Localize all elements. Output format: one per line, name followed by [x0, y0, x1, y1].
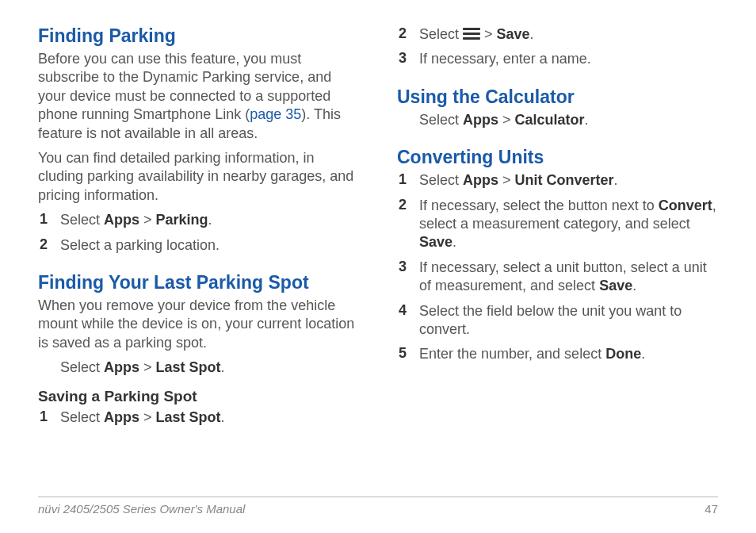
paragraph: Before you can use this feature, you mus… — [38, 50, 359, 143]
instruction: Select Apps > Last Spot. — [38, 359, 359, 377]
step-list: 2 Select > Save. 3 If necessary, enter a… — [397, 25, 718, 69]
paragraph: When you remove your device from the veh… — [38, 297, 359, 352]
right-column: 2 Select > Save. 3 If necessary, enter a… — [397, 25, 718, 485]
list-item: 3 If necessary, enter a name. — [397, 50, 718, 68]
heading-converting-units: Converting Units — [397, 147, 718, 168]
step-body: Select a parking location. — [60, 236, 359, 255]
step-body: Select Apps > Unit Converter. — [419, 171, 718, 190]
step-body: If necessary, select the button next to … — [419, 197, 718, 252]
list-item: 2 Select a parking location. — [38, 236, 359, 255]
manual-title: nüvi 2405/2505 Series Owner's Manual — [38, 502, 245, 516]
list-item: 1 Select Apps > Last Spot. — [38, 408, 359, 427]
step-number: 2 — [397, 25, 419, 42]
step-number: 5 — [397, 345, 419, 362]
step-number: 1 — [38, 408, 60, 425]
subheading-saving-spot: Saving a Parking Spot — [38, 388, 359, 405]
list-item: 2 If necessary, select the button next t… — [397, 197, 718, 252]
step-body: If necessary, select a unit button, sele… — [419, 259, 718, 296]
list-item: 1 Select Apps > Parking. — [38, 211, 359, 229]
step-body: Select Apps > Last Spot. — [60, 408, 359, 427]
step-body: Select > Save. — [419, 25, 718, 44]
step-list: 1 Select Apps > Unit Converter. 2 If nec… — [397, 171, 718, 364]
menu-icon — [463, 28, 480, 40]
step-number: 3 — [397, 259, 419, 275]
page-footer: nüvi 2405/2505 Series Owner's Manual 47 — [38, 497, 718, 516]
list-item: 5 Enter the number, and select Done. — [397, 345, 718, 363]
step-number: 3 — [397, 50, 419, 67]
list-item: 1 Select Apps > Unit Converter. — [397, 171, 718, 190]
heading-calculator: Using the Calculator — [397, 86, 718, 108]
paragraph: You can find detailed parking informatio… — [38, 149, 359, 205]
instruction: Select Apps > Calculator. — [397, 111, 718, 129]
step-body: Select Apps > Parking. — [60, 211, 359, 229]
left-column: Finding Parking Before you can use this … — [38, 25, 359, 485]
step-number: 4 — [397, 302, 419, 319]
heading-finding-parking: Finding Parking — [38, 25, 359, 47]
step-number: 1 — [38, 211, 60, 228]
heading-last-parking-spot: Finding Your Last Parking Spot — [38, 272, 359, 293]
step-body: Enter the number, and select Done. — [419, 345, 718, 363]
step-list: 1 Select Apps > Parking. 2 Select a park… — [38, 211, 359, 255]
step-body: Select the field below the unit you want… — [419, 302, 718, 339]
list-item: 2 Select > Save. — [397, 25, 718, 44]
step-list: 1 Select Apps > Last Spot. — [38, 408, 359, 427]
step-number: 2 — [38, 236, 60, 253]
page-number: 47 — [704, 502, 718, 516]
step-number: 1 — [397, 171, 419, 188]
list-item: 4 Select the field below the unit you wa… — [397, 302, 718, 339]
step-body: If necessary, enter a name. — [419, 50, 718, 68]
page-link[interactable]: page 35 — [250, 106, 301, 122]
list-item: 3 If necessary, select a unit button, se… — [397, 259, 718, 296]
step-number: 2 — [397, 197, 419, 213]
content-columns: Finding Parking Before you can use this … — [38, 25, 718, 485]
